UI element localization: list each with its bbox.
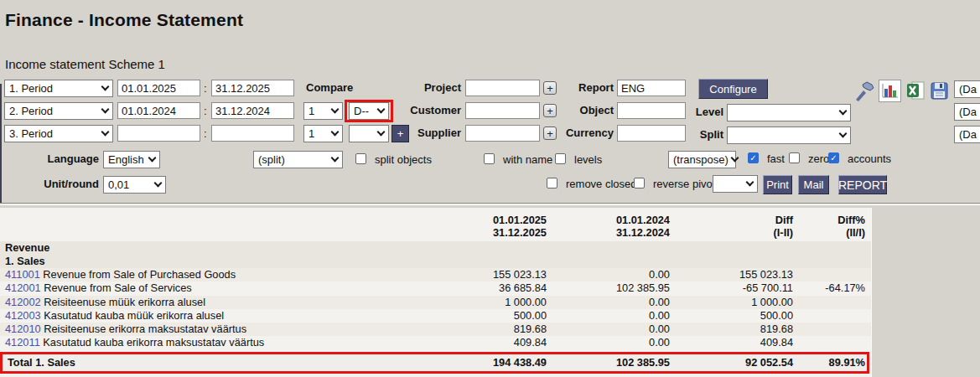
- currency-label: Currency: [547, 127, 614, 139]
- total-diff-pct-value: 89.91%: [793, 356, 865, 369]
- with-name-checkbox[interactable]: [484, 153, 495, 164]
- side-select-1[interactable]: (Da: [954, 80, 980, 98]
- excel-export-icon[interactable]: [905, 80, 926, 101]
- period-2-to-input[interactable]: [211, 102, 294, 119]
- accounts-checkbox[interactable]: [828, 152, 839, 163]
- fast-checkbox[interactable]: [748, 152, 759, 163]
- period1-value: 409.84: [424, 336, 547, 349]
- side-select-3[interactable]: (Da: [954, 126, 980, 143]
- period-2-from-input[interactable]: [117, 102, 200, 119]
- diff-value: 500.00: [670, 309, 793, 323]
- side-select-2[interactable]: (Da: [954, 103, 980, 121]
- period-2-select[interactable]: 2. Period: [4, 102, 113, 120]
- language-label: Language: [15, 152, 99, 165]
- split-objects-checkbox[interactable]: [355, 153, 366, 164]
- diff-value: 819.68: [670, 323, 793, 336]
- account-link[interactable]: 412002: [5, 296, 41, 308]
- remove-closed-checkbox[interactable]: [547, 178, 557, 188]
- unit-round-select[interactable]: 0,01: [103, 176, 166, 194]
- income-statement-table: 01.01.202531.12.2025 01.01.202431.12.202…: [0, 208, 872, 377]
- table-row: 412003 Kasutatud kauba müük erikorra alu…: [0, 309, 871, 323]
- project-input[interactable]: [465, 80, 540, 96]
- customer-label: Customer: [377, 104, 461, 116]
- clipped-next-row: [0, 374, 871, 377]
- accounts-label: accounts: [848, 152, 891, 165]
- period-1-from-input[interactable]: [117, 80, 200, 96]
- period-3-from-input[interactable]: [117, 125, 200, 142]
- supplier-input[interactable]: [465, 125, 540, 142]
- period-1-to-input[interactable]: [211, 80, 294, 96]
- hammer-icon[interactable]: [853, 80, 875, 102]
- period-3-to-input[interactable]: [211, 125, 294, 142]
- unit-round-label: Unit/round: [15, 178, 99, 190]
- chevron-down-icon: [101, 83, 110, 91]
- zero-label: zero: [808, 152, 829, 165]
- account-link[interactable]: 412003: [5, 309, 41, 322]
- split-objects-label: split objects: [375, 153, 432, 166]
- compare-count-3-select[interactable]: 1: [303, 125, 343, 142]
- date-separator: :: [204, 127, 207, 140]
- period2-value: 0.00: [547, 336, 670, 349]
- period-1-select[interactable]: 1. Period: [4, 80, 113, 97]
- table-row: 412011 Kasutatud kauba erikorra maksusta…: [0, 336, 871, 349]
- reverse-pivot-checkbox[interactable]: [634, 178, 645, 188]
- period1-value: 819.68: [424, 323, 547, 336]
- table-row: 412002 Reisiteenuse müük erikorra alusel…: [0, 296, 871, 309]
- chevron-down-icon: [331, 128, 340, 137]
- report-button[interactable]: REPORT: [838, 175, 887, 194]
- table-row: 412001 Revenue from Sale of Services 36 …: [0, 281, 871, 295]
- levels-checkbox[interactable]: [555, 153, 566, 164]
- mail-button[interactable]: Mail: [798, 175, 829, 194]
- account-name: Reisiteenuse müük erikorra alusel: [44, 296, 205, 308]
- period-3-value: 3. Period: [9, 127, 53, 140]
- total-label: Total 1. Sales: [3, 356, 424, 369]
- chevron-down-icon: [331, 106, 340, 114]
- level-select[interactable]: [727, 104, 851, 121]
- account-name: Kasutatud kauba müük erikorra alusel: [44, 309, 224, 322]
- split-select[interactable]: [727, 127, 851, 144]
- account-link[interactable]: 412010: [5, 323, 41, 335]
- col-header-diff: Diff(I-II): [670, 214, 793, 240]
- transpose-select[interactable]: (transpose): [668, 151, 736, 168]
- total-period1-value: 194 438.49: [424, 356, 547, 369]
- page-title: Finance - Income Statement: [5, 10, 243, 30]
- period1-value: 36 685.84: [424, 281, 547, 295]
- period-3-select[interactable]: 3. Period: [4, 125, 113, 142]
- chevron-down-icon: [331, 154, 340, 163]
- total-diff-value: 92 052.54: [670, 356, 793, 369]
- period1-value: 500.00: [424, 309, 547, 323]
- period2-value: 0.00: [547, 296, 670, 309]
- total-sales-highlight-box: Total 1. Sales 194 438.49 102 385.95 92 …: [0, 352, 869, 374]
- configure-button[interactable]: Configure: [698, 79, 768, 99]
- report-label: Report: [547, 81, 614, 94]
- account-link[interactable]: 411001: [5, 268, 40, 281]
- print-button[interactable]: Print: [763, 175, 792, 194]
- compare-count-2-select[interactable]: 1: [303, 102, 343, 120]
- bar-chart-icon[interactable]: [879, 80, 901, 102]
- remove-closed-label: remove closed: [566, 178, 637, 190]
- account-name: Kasutatud kauba erikorra maksustatav vää…: [43, 336, 264, 349]
- save-icon[interactable]: [929, 80, 950, 101]
- level-label: Level: [673, 106, 723, 118]
- reverse-pivot-label: reverse pivot: [653, 178, 715, 190]
- period2-value: 0.00: [547, 309, 670, 323]
- chevron-down-icon: [154, 179, 163, 188]
- table-header-row: 01.01.202531.12.2025 01.01.202431.12.202…: [0, 208, 871, 241]
- period-2-value: 2. Period: [9, 105, 53, 117]
- language-select[interactable]: English: [103, 151, 160, 168]
- col-header-period2: 01.01.202431.12.2024: [547, 214, 670, 240]
- split-mode-select[interactable]: (split): [253, 151, 343, 168]
- pivot-select[interactable]: [713, 175, 758, 193]
- report-input[interactable]: [617, 80, 686, 96]
- account-rows: 411001 Revenue from Sale of Purchased Go…: [0, 268, 871, 350]
- table-row: 411001 Revenue from Sale of Purchased Go…: [0, 268, 871, 281]
- zero-checkbox[interactable]: [789, 152, 800, 163]
- period1-value: 155 023.13: [424, 268, 547, 281]
- diff-value: 1 000.00: [670, 296, 793, 309]
- col-header-diff-pct: Diff%(II/I): [793, 214, 865, 240]
- diff-pct-value: -64.17%: [793, 281, 865, 295]
- account-link[interactable]: 412011: [5, 336, 40, 349]
- period2-value: 0.00: [547, 323, 670, 336]
- customer-input[interactable]: [465, 102, 540, 119]
- account-link[interactable]: 412001: [5, 281, 41, 294]
